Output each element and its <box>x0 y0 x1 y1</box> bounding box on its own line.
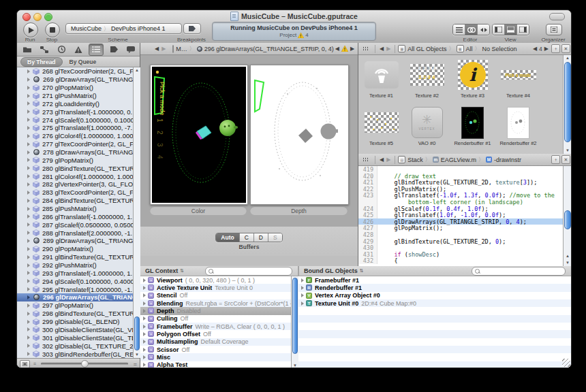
time-navigator-icon[interactable] <box>55 44 68 55</box>
sort-arrows-icon[interactable]: ⇅ <box>180 268 184 274</box>
disclosure-icon[interactable] <box>301 278 304 282</box>
log-navigator-icon[interactable] <box>124 44 138 55</box>
breakpoint-navigator-icon[interactable] <box>107 44 121 55</box>
disclosure-icon[interactable] <box>143 332 146 336</box>
disclosure-icon[interactable] <box>301 301 304 306</box>
gl-call-row[interactable]: 295 glTranslatef(1.0000000, -1.… <box>17 285 133 293</box>
gl-context-row[interactable]: ✳DepthDisabled <box>140 307 291 314</box>
disclosure-icon[interactable] <box>27 295 30 299</box>
editor-mode-segmented[interactable] <box>452 24 490 35</box>
code-line[interactable]: 427 glPopMatrix(); <box>358 225 572 231</box>
back-arrow-icon[interactable]: ◀ <box>380 46 384 52</box>
by-queue-tab[interactable]: By Queue <box>70 59 97 65</box>
code-line[interactable]: 419 <box>358 166 572 173</box>
gl-context-row[interactable]: ✳StencilOff <box>140 292 291 299</box>
debug-panel-icon[interactable] <box>505 24 517 35</box>
code-line[interactable]: 421 glBindTexture(GL_TEXTURE_2D, texture… <box>358 179 572 186</box>
disclosure-icon[interactable] <box>27 126 30 130</box>
next-object-icon[interactable]: ▶ <box>544 46 549 52</box>
gl-context-row[interactable]: ✳Viewport( 0, 0, 320, 480 ) – ( 0, 1 ) <box>140 276 291 284</box>
disclosure-icon[interactable] <box>27 150 30 154</box>
disclosure-icon[interactable] <box>143 325 146 329</box>
color-buffer-label[interactable]: Color <box>150 206 247 215</box>
gl-context-row[interactable]: ✳ScissorOff <box>140 346 291 353</box>
jumpbar-filename[interactable]: EAGLView.m <box>441 157 476 163</box>
disclosure-icon[interactable] <box>27 255 30 259</box>
gl-call-row[interactable]: 300 glDisableClientState(GL_VER… <box>17 326 133 334</box>
gl-call-row[interactable]: 275 glTranslatef(1.0000000, -7.… <box>17 124 133 132</box>
disclosure-icon[interactable] <box>143 316 146 321</box>
gl-object-cell[interactable]: Renderbuffer #2 <box>495 107 541 146</box>
gl-object-cell[interactable]: Texture #1 <box>358 59 404 99</box>
gl-call-row[interactable]: 301 glDisableClientState(GL_TEX… <box>17 333 133 342</box>
scheme-selector[interactable]: MusicCube 〉 DevPubs iPhone4 1 <box>65 23 182 34</box>
disclosure-icon[interactable] <box>27 78 30 82</box>
disclosure-icon[interactable] <box>143 363 146 367</box>
disclosure-icon[interactable] <box>27 207 30 211</box>
gl-context-row[interactable]: ✳CullingOff <box>140 315 291 323</box>
code-line[interactable]: 428 <box>358 231 572 238</box>
gl-object-cell[interactable]: ✳VERTEXVAO #0 <box>404 107 450 146</box>
gl-call-row[interactable]: 302 glDisable(GL_TEXTURE_2D) <box>17 342 133 350</box>
disclosure-icon[interactable] <box>27 231 30 235</box>
close-editor-icon[interactable]: ✕ <box>561 44 570 53</box>
gl-call-row[interactable]: 271 glPushMatrix() <box>17 92 133 100</box>
gl-call-row[interactable]: 296 glDrawArrays(GL_TRIANGLE_… <box>17 293 133 301</box>
gl-call-row[interactable]: 274 glScalef(0.1000000, 0.1000… <box>17 116 133 124</box>
gl-call-row[interactable]: 280 glBindTexture(GL_TEXTURE_… <box>17 164 133 172</box>
detail-slider[interactable] <box>41 363 128 365</box>
gl-call-row[interactable]: 284 glBindTexture(GL_TEXTURE_… <box>17 197 133 205</box>
prev-object-icon[interactable]: ◀ <box>533 46 537 52</box>
jumpbar-call[interactable]: 296 glDrawArrays(GL_TRIANGLE_STRIP, 0, 4… <box>204 46 334 52</box>
jumpbar-all[interactable]: All <box>466 46 473 52</box>
project-navigator-icon[interactable] <box>20 44 34 55</box>
view-segmented[interactable] <box>492 24 529 35</box>
disclosure-icon[interactable] <box>27 199 30 203</box>
disclosure-icon[interactable] <box>27 327 30 331</box>
code-line[interactable]: 432 { <box>358 257 572 264</box>
forward-arrow-icon[interactable]: ▶ <box>386 46 390 52</box>
code-line[interactable]: 431 if (showDesc) <box>358 251 572 258</box>
organizer-button[interactable] <box>546 24 562 35</box>
jumpbar-all-gl-objects[interactable]: All GL Objects <box>407 46 446 52</box>
gl-call-row[interactable]: 279 glPopMatrix() <box>17 156 133 164</box>
assistant-editor-icon[interactable] <box>465 24 478 35</box>
forward-arrow-icon[interactable]: ▶ <box>161 46 166 52</box>
slider-knob[interactable] <box>81 360 89 368</box>
gl-call-row[interactable]: 285 glPushMatrix() <box>17 205 133 213</box>
disclosure-icon[interactable] <box>27 271 30 275</box>
issue-navigator-icon[interactable] <box>72 44 85 55</box>
buffer-segment-c[interactable]: C <box>240 233 254 242</box>
sort-arrows-icon[interactable]: ⇅ <box>360 268 364 274</box>
disclosure-icon[interactable] <box>27 94 30 98</box>
gl-call-row[interactable]: 269 glDrawArrays(GL_TRIANGLE_… <box>17 76 133 84</box>
gl-call-row[interactable]: 297 glPopMatrix() <box>17 301 133 310</box>
gl-call-row[interactable]: 281 glColor4f(1.0000000, 1.000… <box>17 172 133 180</box>
disclosure-icon[interactable] <box>301 293 304 297</box>
gl-call-row[interactable]: 282 glVertexPointer(3, GL_FLOAT… <box>17 180 133 189</box>
code-line[interactable]: 420 // draw text <box>358 173 572 180</box>
code-line[interactable]: 424 glScalef(0.1f, 0.4f, 1.0f); <box>358 206 572 212</box>
bound-search-field[interactable] <box>472 267 566 276</box>
depth-buffer-label[interactable]: Depth <box>250 206 348 215</box>
toolbar-toggle-widget[interactable] <box>549 13 565 20</box>
filter-button[interactable] <box>20 360 30 368</box>
disclosure-icon[interactable] <box>27 69 30 74</box>
context-scrollbar[interactable]: ▼ <box>291 276 298 368</box>
gl-call-row[interactable]: 299 glDisable(GL_BLEND) <box>17 318 133 326</box>
source-editor[interactable]: 419420 // draw text421 glBindTexture(GL_… <box>358 166 572 266</box>
gl-call-row[interactable]: 287 glScalef(0.0500000, 0.0500… <box>17 220 133 229</box>
jumpbar-no-selection[interactable]: No Selection <box>482 46 517 52</box>
bound-object-row[interactable]: FFramebuffer #1 <box>298 276 572 284</box>
disclosure-icon[interactable] <box>143 286 146 290</box>
gl-call-row[interactable]: 273 glTranslatef(-1.0000000, 0.… <box>17 108 133 116</box>
gl-call-row[interactable]: 268 glTexCoordPointer(2, GL_FL… <box>17 67 133 76</box>
bound-object-row[interactable]: VVertex Array Object #0 <box>298 292 572 299</box>
gl-context-row[interactable]: ✳FramebufferWrite – RGBA, Clear ( 0, 0, … <box>140 323 291 330</box>
related-items-icon[interactable] <box>363 157 369 162</box>
disclosure-icon[interactable] <box>27 336 30 340</box>
add-editor-icon[interactable]: ＋ <box>551 44 560 53</box>
gl-call-row[interactable]: 286 glTranslatef(-1.0000000, 1.… <box>17 212 133 220</box>
gl-call-row[interactable]: 277 glTexCoordPointer(2, GL_FL… <box>17 140 133 148</box>
version-editor-icon[interactable] <box>478 24 489 35</box>
